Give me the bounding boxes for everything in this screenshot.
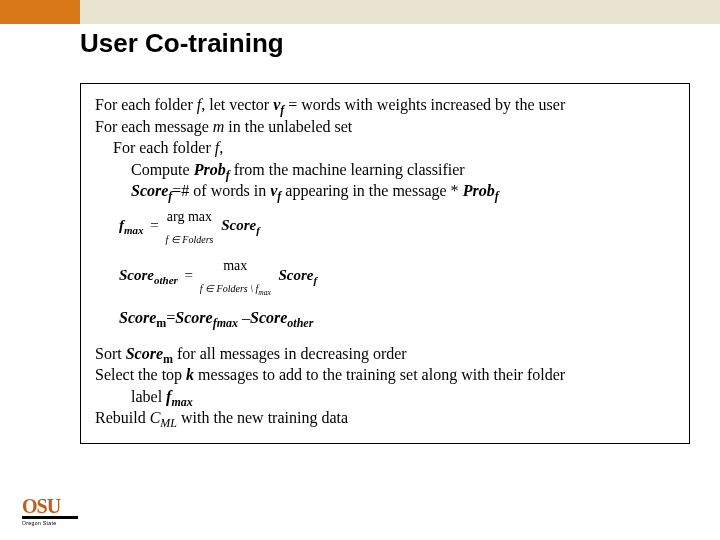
slide-title: User Co-training <box>80 28 690 59</box>
algo-line-3: For each folder f, <box>95 137 675 159</box>
logo-main: OSU <box>22 497 78 515</box>
algo-line-sort: Sort Scorem for all messages in decreasi… <box>95 343 675 365</box>
algo-line-rebuild: Rebuild CML with the new training data <box>95 407 675 429</box>
algo-line-select: Select the top k messages to add to the … <box>95 364 675 386</box>
equation-score-m: Scorem=Scorefmax –Scoreother <box>95 301 675 335</box>
slide-content: User Co-training For each folder f, let … <box>80 28 690 444</box>
algo-line-4: Compute Probf from the machine learning … <box>95 159 675 181</box>
header-band <box>0 0 720 24</box>
equation-fmax: fmax = arg max f ∈ Folders Scoref <box>95 202 675 251</box>
algorithm-box: For each folder f, let vector vf = words… <box>80 83 690 444</box>
algo-line-1: For each folder f, let vector vf = words… <box>95 94 675 116</box>
algo-line-5: Scoref=# of words in vf appearing in the… <box>95 180 675 202</box>
logo-sub: Oregon State <box>22 520 78 526</box>
osu-logo: OSU Oregon State <box>22 497 78 526</box>
algo-line-select-cont: label fmax <box>95 386 675 408</box>
accent-block <box>0 0 80 24</box>
equation-score-other: Scoreother = max f ∈ Folders \ fmax Scor… <box>95 251 675 300</box>
algo-line-2: For each message m in the unlabeled set <box>95 116 675 138</box>
